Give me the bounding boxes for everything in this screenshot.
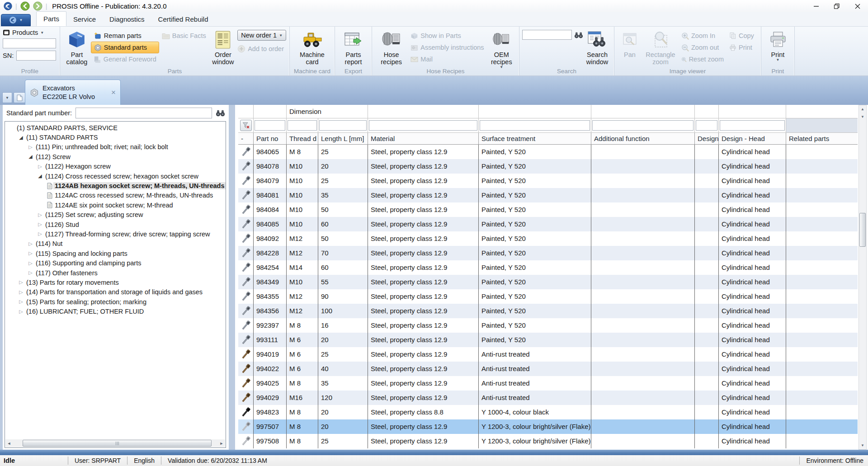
tree-expander-collapsed-icon[interactable]: ▷ bbox=[27, 270, 34, 276]
table-row[interactable]: 993111M 620Steel, property class 12.9Pai… bbox=[238, 333, 858, 347]
table-row[interactable]: 984065M 825Steel, property class 12.9Pai… bbox=[238, 145, 858, 159]
tree-expander-collapsed-icon[interactable]: ▷ bbox=[36, 231, 44, 237]
table-row[interactable]: 984355M1290Steel, property class 12.9Pai… bbox=[238, 289, 858, 304]
tree-item[interactable]: ◢(112) Screw bbox=[5, 152, 226, 161]
table-row[interactable]: 994025M 835Steel, property class 12.9Ant… bbox=[238, 376, 858, 391]
tree-expander-collapsed-icon[interactable]: ▷ bbox=[17, 279, 25, 285]
reset-zoom-button[interactable]: Reset zoom bbox=[679, 53, 726, 65]
tree-item-label[interactable]: (1122) Hexagon screw bbox=[44, 163, 112, 170]
tree-expander-collapsed-icon[interactable]: ▷ bbox=[27, 241, 34, 247]
pan-button[interactable]: Pan bbox=[617, 29, 642, 58]
zoom-out-button[interactable]: Zoom out bbox=[679, 42, 726, 53]
standard-parts-button[interactable]: Standard parts bbox=[91, 42, 159, 53]
tree-item-label[interactable]: (117) Other fasteners bbox=[34, 269, 99, 277]
tree-item-label[interactable]: (1125) Set screw; adjusting screw bbox=[44, 211, 145, 218]
tree-item-label[interactable]: (116) Supporting and clamping parts bbox=[34, 259, 142, 267]
column-header-material[interactable]: Material bbox=[368, 133, 479, 144]
tree-expander-collapsed-icon[interactable]: ▷ bbox=[27, 250, 34, 256]
binoculars-icon[interactable] bbox=[216, 109, 225, 117]
tree-expander-collapsed-icon[interactable]: ▷ bbox=[17, 309, 25, 315]
scroll-right-icon[interactable]: ► bbox=[218, 441, 225, 446]
print-small-button[interactable]: Print bbox=[726, 42, 758, 53]
tab-parts[interactable]: Parts bbox=[36, 11, 66, 26]
filter-input-length[interactable] bbox=[319, 120, 367, 131]
tab-certified-rebuild[interactable]: Certified Rebuild bbox=[151, 12, 215, 26]
copy-button[interactable]: Copy bbox=[726, 30, 758, 42]
tree-item[interactable]: ▷(13) Parts for rotary movements bbox=[5, 278, 226, 287]
tree-expander-collapsed-icon[interactable]: ▷ bbox=[27, 144, 34, 150]
tree-item[interactable]: ▷(15) Parts for sealing; protection; mar… bbox=[5, 297, 226, 306]
tree-item[interactable]: ◢(1124) Cross recessed screw; hexagon so… bbox=[5, 171, 226, 181]
tree-item-label[interactable]: (14) Parts for transportation and storag… bbox=[25, 288, 204, 296]
tree-item[interactable]: ▷(1122) Hexagon screw bbox=[5, 162, 226, 171]
column-header-length[interactable]: Length L [mm] bbox=[318, 133, 368, 144]
tree-item[interactable]: ▷(111) Pin; unthreaded bolt; rivet; nail… bbox=[5, 142, 226, 152]
tree-item[interactable]: ▷(14) Parts for transportation and stora… bbox=[5, 287, 226, 297]
tree-item-label[interactable]: (1124) Cross recessed screw; hexagon soc… bbox=[44, 173, 200, 180]
table-row[interactable]: 984084M1050Steel, property class 12.9Pai… bbox=[238, 202, 858, 217]
tree-expander-expanded-icon[interactable]: ◢ bbox=[17, 135, 25, 141]
column-header-dash[interactable]: - bbox=[238, 133, 254, 144]
tree-item-label[interactable]: (15) Parts for sealing; protection; mark… bbox=[25, 298, 148, 306]
table-row[interactable]: 994022M 640Steel, property class 12.9Ant… bbox=[238, 362, 858, 376]
column-header-additional-function[interactable]: Additional function bbox=[591, 133, 695, 144]
basic-facts-button[interactable]: Basic Facts bbox=[159, 30, 209, 42]
print-button[interactable]: Print ▼ bbox=[764, 29, 792, 62]
nav-back-button[interactable] bbox=[20, 1, 30, 11]
part-catalog-button[interactable]: Part catalog bbox=[63, 29, 91, 66]
scrollbar-thumb[interactable] bbox=[859, 213, 866, 247]
tree-item[interactable]: ▷(1127) Thread-forming screw; drive scre… bbox=[5, 229, 226, 239]
search-window-button[interactable]: Search window bbox=[583, 29, 611, 66]
tree-item[interactable]: ◢(11) STANDARD PARTS bbox=[5, 132, 226, 142]
filter-input-thread[interactable] bbox=[288, 120, 317, 131]
scroll-down-icon[interactable]: ▼ bbox=[859, 113, 866, 121]
column-header-design-head[interactable]: Design - Head bbox=[719, 133, 786, 144]
order-select[interactable]: New order 1 ▼ bbox=[237, 30, 286, 41]
order-window-button[interactable]: Order window bbox=[209, 29, 238, 66]
general-foreword-button[interactable]: General Foreword bbox=[91, 53, 159, 65]
table-row[interactable]: 994823M 820Steel, property class 8.8Y 10… bbox=[238, 405, 858, 419]
tree-item-label[interactable]: (112) Screw bbox=[34, 153, 72, 160]
table-row[interactable]: 992397M 816Steel, property class 12.9Pai… bbox=[238, 318, 858, 333]
tree-expander-collapsed-icon[interactable]: ▷ bbox=[36, 212, 44, 218]
tab-diagnostics[interactable]: Diagnostics bbox=[103, 12, 151, 26]
rectangle-zoom-button[interactable]: Rectangle zoom bbox=[642, 29, 679, 66]
tree-item[interactable]: ▷(117) Other fasteners bbox=[5, 268, 226, 278]
tree-item[interactable]: 1124AE six point socket screw; M-thread bbox=[5, 200, 226, 210]
minimize-button[interactable] bbox=[806, 0, 826, 12]
table-row[interactable]: 984079M1025Steel, property class 12.9Pai… bbox=[238, 174, 858, 188]
tree-item-label[interactable]: (1) STANDARD PARTS, SERVICE bbox=[15, 124, 119, 132]
column-header-surface[interactable]: Surface treatment bbox=[479, 133, 591, 144]
tree-item[interactable]: ▷(115) Spacing and locking parts bbox=[5, 249, 226, 258]
column-header-design[interactable]: Design bbox=[695, 133, 719, 144]
show-in-parts-button[interactable]: Show in Parts bbox=[408, 30, 486, 42]
table-row[interactable]: 984349M1055Steel, property class 12.9Pai… bbox=[238, 275, 858, 289]
reman-parts-button[interactable]: Reman parts bbox=[91, 30, 159, 42]
tree-item-label[interactable]: (1126) Stud bbox=[44, 221, 80, 228]
tree-expander-collapsed-icon[interactable]: ▷ bbox=[36, 164, 44, 169]
tree-expander-expanded-icon[interactable]: ◢ bbox=[27, 154, 34, 160]
tree-item-label[interactable]: 1124AE six point socket screw; M-thread bbox=[53, 202, 175, 209]
product-input[interactable] bbox=[3, 38, 56, 48]
standard-part-number-input[interactable] bbox=[75, 108, 212, 118]
binoculars-icon[interactable] bbox=[574, 32, 583, 38]
mail-button[interactable]: Mail bbox=[408, 53, 486, 65]
tab-close-icon[interactable]: × bbox=[111, 88, 116, 97]
tree-item[interactable]: 1124AB hexagon socket screw; M-threads, … bbox=[5, 181, 226, 190]
clear-filter-button[interactable] bbox=[240, 120, 252, 131]
tree-item-label[interactable]: (114) Nut bbox=[34, 240, 64, 247]
table-row[interactable]: 997508M 825Steel, property class 12.9Y 1… bbox=[238, 434, 858, 448]
scroll-left-icon[interactable]: ◄ bbox=[5, 441, 13, 446]
tree-horizontal-scrollbar[interactable]: ◄ ► bbox=[5, 439, 225, 447]
table-row[interactable]: 984085M1060Steel, property class 12.9Pai… bbox=[238, 217, 858, 231]
oem-recipes-button[interactable]: OEM recipes ▼ bbox=[487, 29, 516, 70]
tree-item-label[interactable]: (13) Parts for rotary movements bbox=[25, 279, 120, 286]
zoom-in-button[interactable]: Zoom In bbox=[679, 30, 726, 42]
filter-input-additional-function[interactable] bbox=[592, 120, 693, 131]
parts-report-button[interactable]: Parts report bbox=[338, 29, 369, 66]
tab-list-dropdown-button[interactable]: ▼ bbox=[2, 92, 12, 103]
app-menu-button[interactable]: ▼ bbox=[1, 14, 31, 26]
column-header-related-parts[interactable]: Related parts bbox=[786, 133, 858, 144]
filter-input-part-no[interactable] bbox=[255, 120, 285, 131]
tree-item[interactable]: ▷(114) Nut bbox=[5, 239, 226, 249]
